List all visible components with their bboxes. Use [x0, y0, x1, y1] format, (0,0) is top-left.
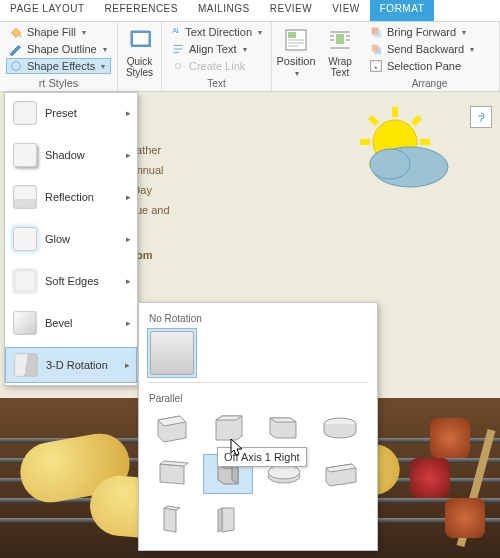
rotation-option[interactable] [147, 454, 197, 494]
bucket-icon [9, 25, 23, 39]
rotation-option[interactable] [147, 408, 197, 448]
pen-icon [9, 42, 23, 56]
rotation-option[interactable] [203, 408, 253, 448]
svg-rect-10 [371, 61, 382, 72]
dropdown-icon: ▾ [462, 28, 466, 37]
layout-options-button[interactable] [470, 106, 492, 128]
layout-options-icon [474, 110, 488, 124]
send-backward-icon [369, 42, 383, 56]
selection-pane-icon [369, 59, 383, 73]
create-link-label: Create Link [189, 60, 245, 72]
send-backward-label: Send Backward [387, 43, 464, 55]
bring-forward-button[interactable]: Bring Forward▾ [366, 24, 493, 40]
shape-effects-button[interactable]: Shape Effects▾ [6, 58, 111, 74]
text-direction-label: Text Direction [185, 26, 252, 38]
quick-styles-icon [126, 26, 154, 54]
position-label: Position▾ [276, 56, 315, 79]
group-label-arrange: Arrange [360, 78, 499, 89]
rotation-submenu: No Rotation Parallel Off Axis 1 Right [138, 302, 378, 551]
tab-format[interactable]: FORMAT [370, 0, 434, 21]
rotation-section-parallel: Parallel [147, 389, 369, 408]
rotation-option[interactable] [203, 500, 253, 540]
rotation-option[interactable] [259, 408, 309, 448]
quick-styles-button[interactable]: Quick Styles [124, 24, 155, 80]
effects-soft-edges[interactable]: Soft Edges▸ [5, 264, 137, 298]
shape-effects-label: Shape Effects [27, 60, 95, 72]
rotation-option[interactable] [315, 408, 365, 448]
shape-outline-button[interactable]: Shape Outline▾ [6, 41, 111, 57]
svg-text:A: A [172, 27, 177, 35]
rotation-option[interactable] [315, 454, 365, 494]
selection-pane-label: Selection Pane [387, 60, 461, 72]
dropdown-icon: ▾ [101, 62, 105, 71]
shape-fill-button[interactable]: Shape Fill▾ [6, 24, 111, 40]
rotation-none[interactable] [147, 328, 197, 378]
effects-preset[interactable]: Preset▸ [5, 96, 137, 130]
rotation-option[interactable] [147, 500, 197, 540]
svg-rect-9 [372, 45, 379, 52]
tab-page-layout[interactable]: PAGE LAYOUT [0, 0, 95, 21]
svg-rect-0 [19, 35, 22, 38]
align-text-label: Align Text [189, 43, 237, 55]
text-direction-button[interactable]: A Text Direction▾ [168, 24, 265, 40]
wrap-text-button[interactable]: Wrap Text [326, 24, 354, 80]
effects-shadow[interactable]: Shadow▸ [5, 138, 137, 172]
svg-rect-7 [374, 30, 381, 37]
text-direction-icon: A [171, 25, 181, 39]
quick-styles-label: Quick Styles [126, 56, 153, 78]
send-backward-button[interactable]: Send Backward▾ [366, 41, 493, 57]
svg-point-21 [370, 149, 410, 179]
svg-rect-4 [288, 32, 296, 38]
dropdown-icon: ▾ [103, 45, 107, 54]
tab-references[interactable]: REFERENCES [95, 0, 188, 21]
selection-pane-button[interactable]: Selection Pane [366, 58, 493, 74]
rotation-parallel-grid [147, 408, 369, 540]
clipart-sun-cloud[interactable] [340, 102, 460, 204]
dropdown-icon: ▾ [82, 28, 86, 37]
wrap-text-label: Wrap Text [328, 56, 352, 78]
shape-fill-label: Shape Fill [27, 26, 76, 38]
ribbon-tabs: PAGE LAYOUT REFERENCES MAILINGS REVIEW V… [0, 0, 500, 22]
svg-point-1 [12, 62, 21, 71]
dropdown-icon: ▾ [243, 45, 247, 54]
position-icon [282, 26, 310, 54]
svg-line-16 [370, 117, 377, 124]
wrap-text-icon [326, 26, 354, 54]
position-button[interactable]: Position▾ [278, 24, 314, 81]
tab-view[interactable]: VIEW [322, 0, 370, 21]
cursor-icon [230, 438, 244, 456]
bring-forward-label: Bring Forward [387, 26, 456, 38]
svg-line-19 [413, 117, 420, 124]
bring-forward-icon [369, 25, 383, 39]
group-label-styles: rt Styles [0, 77, 117, 89]
tab-mailings[interactable]: MAILINGS [188, 0, 260, 21]
effects-reflection[interactable]: Reflection▸ [5, 180, 137, 214]
group-label-text: Text [162, 78, 271, 89]
effects-glow[interactable]: Glow▸ [5, 222, 137, 256]
effects-3d-rotation[interactable]: 3-D Rotation▸ [5, 347, 137, 383]
tab-review[interactable]: REVIEW [260, 0, 322, 21]
effects-bevel[interactable]: Bevel▸ [5, 306, 137, 340]
link-icon [171, 59, 185, 73]
submenu-arrow-icon: ▸ [126, 108, 131, 118]
rotation-section-none: No Rotation [147, 309, 369, 328]
shape-outline-label: Shape Outline [27, 43, 97, 55]
align-text-button[interactable]: Align Text▾ [168, 41, 265, 57]
dropdown-icon: ▾ [470, 45, 474, 54]
svg-point-24 [268, 465, 300, 479]
svg-rect-5 [336, 34, 344, 44]
create-link-button[interactable]: Create Link [168, 58, 265, 74]
dropdown-icon: ▾ [258, 28, 262, 37]
ribbon: Shape Fill▾ Shape Outline▾ Shape Effects… [0, 22, 500, 92]
shape-effects-menu: Preset▸ Shadow▸ Reflection▸ Glow▸ Soft E… [4, 92, 138, 386]
effects-icon [9, 59, 23, 73]
align-text-icon [171, 42, 185, 56]
